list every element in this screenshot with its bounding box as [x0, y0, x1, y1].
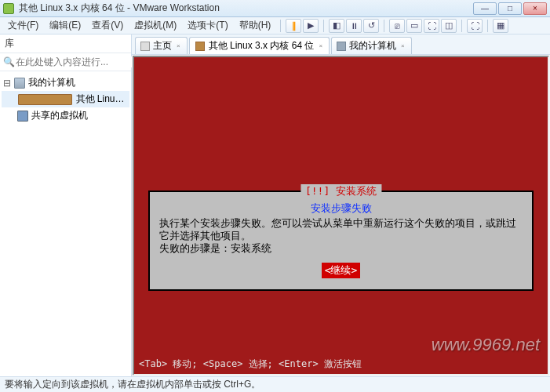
library-icon: ▦ — [497, 20, 504, 31]
tab-vm-linux[interactable]: 其他 Linux 3.x 内核 64 位 × — [189, 37, 330, 54]
continue-button[interactable]: <继续> — [322, 263, 361, 278]
status-text: 要将输入定向到该虚拟机，请在虚拟机内部单击或按 Ctrl+G。 — [5, 378, 260, 391]
monitor-icon: ⎚ — [395, 21, 400, 31]
search-row: 🔍 ▾ — [0, 53, 131, 71]
shared-icon — [17, 111, 28, 122]
dialog-line1: 执行某个安装步骤失败。您可以尝试从菜单中重新运行这个失败的项目，或跳过它并选择其… — [159, 217, 523, 242]
fullscreen-icon: ⛶ — [471, 21, 479, 31]
unity-button[interactable]: ◫ — [441, 19, 457, 33]
fit-icon: ⛶ — [428, 21, 436, 31]
sidebar: 库 🔍 ▾ ⊟ 我的计算机 其他 Linux 3.x 内核 64 共享的虚拟机 — [0, 34, 132, 376]
menu-tabs[interactable]: 选项卡(T) — [183, 17, 232, 34]
app-icon — [3, 3, 14, 14]
search-icon: 🔍 — [3, 56, 14, 67]
window-title: 其他 Linux 3.x 内核 64 位 - VMware Workstatio… — [19, 2, 472, 15]
title-bar: 其他 Linux 3.x 内核 64 位 - VMware Workstatio… — [0, 0, 550, 17]
menu-file[interactable]: 文件(F) — [3, 17, 43, 34]
separator — [280, 20, 281, 32]
main-area: 库 🔍 ▾ ⊟ 我的计算机 其他 Linux 3.x 内核 64 共享的虚拟机 — [0, 34, 550, 376]
dialog-button-row: <继续> — [159, 263, 523, 278]
menu-view[interactable]: 查看(V) — [87, 17, 128, 34]
tab-close[interactable]: × — [175, 42, 182, 49]
installer-hint: <Tab> 移动; <Space> 选择; <Enter> 激活按钮 — [139, 358, 362, 371]
suspend-button[interactable]: ⏸ — [346, 19, 362, 33]
tab-my-computer[interactable]: 我的计算机 × — [331, 37, 412, 54]
revert-icon: ↺ — [368, 20, 375, 31]
computer-icon — [337, 42, 346, 51]
menu-edit[interactable]: 编辑(E) — [45, 17, 86, 34]
installer-dialog: [!!] 安装系统 安装步骤失败 执行某个安装步骤失败。您可以尝试从菜单中重新运… — [148, 191, 534, 291]
tree-label: 其他 Linux 3.x 内核 64 — [76, 93, 129, 106]
menu-vm[interactable]: 虚拟机(M) — [129, 17, 181, 34]
window-icon: ▭ — [410, 20, 418, 31]
dialog-body: 执行某个安装步骤失败。您可以尝试从菜单中重新运行这个失败的项目，或跳过它并选择其… — [159, 217, 523, 255]
library-button[interactable]: ▦ — [493, 19, 508, 33]
fullscreen-button[interactable]: ⛶ — [467, 19, 483, 33]
display1-button[interactable]: ⎚ — [389, 19, 405, 33]
tab-strip: 主页 × 其他 Linux 3.x 内核 64 位 × 我的计算机 × — [132, 34, 550, 55]
home-icon — [140, 42, 150, 51]
content-area: 主页 × 其他 Linux 3.x 内核 64 位 × 我的计算机 × [!!]… — [132, 34, 550, 376]
close-button[interactable]: × — [523, 2, 547, 15]
tab-home[interactable]: 主页 × — [135, 37, 188, 54]
library-tree: ⊟ 我的计算机 其他 Linux 3.x 内核 64 共享的虚拟机 — [0, 71, 131, 127]
tree-shared-vms[interactable]: 共享的虚拟机 — [2, 107, 129, 124]
menu-bar: 文件(F) 编辑(E) 查看(V) 虚拟机(M) 选项卡(T) 帮助(H) ‖ … — [0, 17, 550, 34]
separator — [323, 20, 324, 32]
search-input[interactable] — [16, 56, 133, 67]
expander-icon[interactable]: ⊟ — [3, 78, 11, 89]
separator — [384, 20, 384, 32]
tab-label: 其他 Linux 3.x 内核 64 位 — [209, 39, 315, 53]
unity-icon: ◫ — [445, 20, 453, 31]
tree-label: 共享的虚拟机 — [31, 109, 128, 122]
display2-button[interactable]: ▭ — [406, 19, 422, 33]
dialog-line2: 失败的步骤是：安装系统 — [159, 242, 523, 255]
tree-vm-linux[interactable]: 其他 Linux 3.x 内核 64 — [2, 91, 129, 107]
pause-button[interactable]: ‖ — [286, 19, 301, 33]
tab-close[interactable]: × — [399, 42, 406, 49]
tree-root-my-computer[interactable]: ⊟ 我的计算机 — [2, 74, 129, 91]
vm-display[interactable]: [!!] 安装系统 安装步骤失败 执行某个安装步骤失败。您可以尝试从菜单中重新运… — [133, 56, 549, 376]
suspend-icon: ⏸ — [350, 21, 359, 31]
watermark: www.9969.net — [432, 335, 540, 355]
computer-icon — [14, 78, 25, 89]
menu-help[interactable]: 帮助(H) — [235, 17, 276, 34]
separator — [487, 20, 488, 32]
vm-icon — [18, 94, 72, 105]
tab-close[interactable]: × — [317, 42, 324, 49]
minimize-button[interactable]: — — [473, 2, 497, 15]
maximize-button[interactable]: □ — [498, 2, 522, 15]
snapshot-icon: ◧ — [333, 20, 341, 31]
separator — [461, 20, 462, 32]
status-bar: 要将输入定向到该虚拟机，请在虚拟机内部单击或按 Ctrl+G。 — [0, 376, 550, 392]
sidebar-header: 库 — [0, 34, 131, 53]
window-controls: — □ × — [472, 2, 547, 15]
power-button[interactable]: ▶ — [303, 19, 319, 33]
tab-label: 我的计算机 — [349, 39, 396, 53]
revert-button[interactable]: ↺ — [363, 19, 379, 33]
snapshot-button[interactable]: ◧ — [329, 19, 344, 33]
play-icon: ▶ — [308, 20, 314, 31]
fit-button[interactable]: ⛶ — [424, 19, 439, 33]
tree-label: 我的计算机 — [28, 76, 128, 89]
tab-label: 主页 — [153, 39, 172, 53]
dialog-error-title: 安装步骤失败 — [159, 201, 523, 216]
dialog-caption: [!!] 安装系统 — [300, 184, 381, 198]
vm-icon — [195, 42, 205, 51]
